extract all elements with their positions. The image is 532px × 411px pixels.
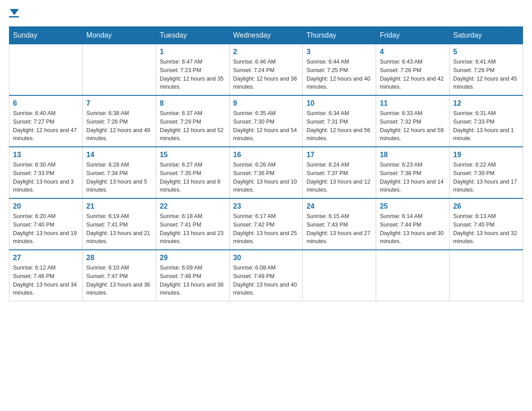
day-info: Sunrise: 6:28 AMSunset: 7:34 PMDaylight:… — [86, 161, 152, 194]
calendar-cell: 6Sunrise: 6:40 AMSunset: 7:27 PMDaylight… — [9, 95, 83, 147]
day-number: 25 — [380, 202, 446, 210]
calendar-cell: 12Sunrise: 6:31 AMSunset: 7:33 PMDayligh… — [450, 95, 523, 147]
calendar-cell: 17Sunrise: 6:24 AMSunset: 7:37 PMDayligh… — [303, 147, 376, 198]
day-info: Sunrise: 6:09 AMSunset: 7:48 PMDaylight:… — [160, 264, 226, 297]
day-number: 10 — [306, 99, 372, 107]
logo — [9, 9, 19, 17]
day-info: Sunrise: 6:14 AMSunset: 7:44 PMDaylight:… — [380, 212, 446, 246]
day-number: 1 — [160, 48, 226, 56]
day-info: Sunrise: 6:19 AMSunset: 7:41 PMDaylight:… — [86, 212, 152, 246]
calendar-cell: 9Sunrise: 6:35 AMSunset: 7:30 PMDaylight… — [229, 95, 303, 147]
day-number: 2 — [233, 48, 299, 56]
day-number: 5 — [453, 48, 519, 56]
day-number: 22 — [160, 202, 226, 210]
day-number: 21 — [86, 202, 152, 210]
calendar-cell: 5Sunrise: 6:41 AMSunset: 7:26 PMDaylight… — [450, 44, 523, 96]
day-number: 7 — [86, 99, 152, 107]
day-info: Sunrise: 6:38 AMSunset: 7:28 PMDaylight:… — [86, 109, 152, 143]
day-info: Sunrise: 6:47 AMSunset: 7:23 PMDaylight:… — [160, 58, 226, 91]
day-number: 18 — [380, 151, 446, 159]
day-number: 24 — [306, 202, 372, 210]
day-number: 23 — [233, 202, 299, 210]
day-info: Sunrise: 6:30 AMSunset: 7:33 PMDaylight:… — [13, 161, 79, 194]
calendar-cell: 1Sunrise: 6:47 AMSunset: 7:23 PMDaylight… — [156, 44, 229, 96]
calendar-cell: 28Sunrise: 6:10 AMSunset: 7:47 PMDayligh… — [82, 250, 156, 301]
day-info: Sunrise: 6:22 AMSunset: 7:39 PMDaylight:… — [453, 161, 519, 194]
day-number: 3 — [306, 48, 372, 56]
header-saturday: Saturday — [450, 27, 523, 44]
logo-underline — [9, 16, 19, 17]
calendar-cell: 2Sunrise: 6:46 AMSunset: 7:24 PMDaylight… — [229, 44, 303, 96]
day-info: Sunrise: 6:15 AMSunset: 7:43 PMDaylight:… — [306, 212, 372, 246]
calendar-header-row: SundayMondayTuesdayWednesdayThursdayFrid… — [9, 27, 523, 44]
day-info: Sunrise: 6:13 AMSunset: 7:45 PMDaylight:… — [453, 212, 519, 246]
calendar-cell — [303, 250, 376, 301]
calendar-cell: 15Sunrise: 6:27 AMSunset: 7:35 PMDayligh… — [156, 147, 229, 198]
calendar-cell: 7Sunrise: 6:38 AMSunset: 7:28 PMDaylight… — [82, 95, 156, 147]
day-number: 17 — [306, 151, 372, 159]
header-wednesday: Wednesday — [229, 27, 303, 44]
calendar-cell — [82, 44, 156, 96]
calendar-cell: 20Sunrise: 6:20 AMSunset: 7:40 PMDayligh… — [9, 198, 83, 250]
day-info: Sunrise: 6:24 AMSunset: 7:37 PMDaylight:… — [306, 161, 372, 194]
logo-triangle-icon — [10, 9, 19, 15]
day-info: Sunrise: 6:08 AMSunset: 7:49 PMDaylight:… — [233, 264, 299, 297]
day-number: 14 — [86, 151, 152, 159]
calendar-cell: 3Sunrise: 6:44 AMSunset: 7:25 PMDaylight… — [303, 44, 376, 96]
day-number: 6 — [13, 99, 79, 107]
day-info: Sunrise: 6:41 AMSunset: 7:26 PMDaylight:… — [453, 58, 519, 91]
calendar-cell: 10Sunrise: 6:34 AMSunset: 7:31 PMDayligh… — [303, 95, 376, 147]
calendar-cell: 29Sunrise: 6:09 AMSunset: 7:48 PMDayligh… — [156, 250, 229, 301]
calendar-cell: 14Sunrise: 6:28 AMSunset: 7:34 PMDayligh… — [82, 147, 156, 198]
calendar-cell: 24Sunrise: 6:15 AMSunset: 7:43 PMDayligh… — [303, 198, 376, 250]
day-info: Sunrise: 6:43 AMSunset: 7:26 PMDaylight:… — [380, 58, 446, 91]
day-number: 19 — [453, 151, 519, 159]
day-info: Sunrise: 6:35 AMSunset: 7:30 PMDaylight:… — [233, 109, 299, 143]
day-info: Sunrise: 6:40 AMSunset: 7:27 PMDaylight:… — [13, 109, 79, 143]
day-number: 12 — [453, 99, 519, 107]
calendar-week-3: 13Sunrise: 6:30 AMSunset: 7:33 PMDayligh… — [9, 147, 523, 198]
calendar-week-1: 1Sunrise: 6:47 AMSunset: 7:23 PMDaylight… — [9, 44, 523, 96]
calendar-cell: 21Sunrise: 6:19 AMSunset: 7:41 PMDayligh… — [82, 198, 156, 250]
day-number: 13 — [13, 151, 79, 159]
day-number: 29 — [160, 254, 226, 262]
header-friday: Friday — [376, 27, 450, 44]
day-info: Sunrise: 6:17 AMSunset: 7:42 PMDaylight:… — [233, 212, 299, 246]
day-number: 26 — [453, 202, 519, 210]
day-info: Sunrise: 6:34 AMSunset: 7:31 PMDaylight:… — [306, 109, 372, 143]
header-thursday: Thursday — [303, 27, 376, 44]
calendar-cell — [376, 250, 450, 301]
calendar-cell — [450, 250, 523, 301]
calendar-table: SundayMondayTuesdayWednesdayThursdayFrid… — [9, 26, 523, 301]
day-number: 8 — [160, 99, 226, 107]
day-info: Sunrise: 6:10 AMSunset: 7:47 PMDaylight:… — [86, 264, 152, 297]
header-monday: Monday — [82, 27, 156, 44]
day-number: 20 — [13, 202, 79, 210]
day-info: Sunrise: 6:23 AMSunset: 7:38 PMDaylight:… — [380, 161, 446, 194]
day-number: 11 — [380, 99, 446, 107]
calendar-cell: 27Sunrise: 6:12 AMSunset: 7:46 PMDayligh… — [9, 250, 83, 301]
day-number: 16 — [233, 151, 299, 159]
calendar-cell: 16Sunrise: 6:26 AMSunset: 7:36 PMDayligh… — [229, 147, 303, 198]
day-info: Sunrise: 6:44 AMSunset: 7:25 PMDaylight:… — [306, 58, 372, 91]
day-info: Sunrise: 6:27 AMSunset: 7:35 PMDaylight:… — [160, 161, 226, 194]
calendar-cell: 26Sunrise: 6:13 AMSunset: 7:45 PMDayligh… — [450, 198, 523, 250]
day-info: Sunrise: 6:12 AMSunset: 7:46 PMDaylight:… — [13, 264, 79, 297]
day-number: 15 — [160, 151, 226, 159]
day-info: Sunrise: 6:37 AMSunset: 7:29 PMDaylight:… — [160, 109, 226, 143]
day-number: 30 — [233, 254, 299, 262]
calendar-cell: 4Sunrise: 6:43 AMSunset: 7:26 PMDaylight… — [376, 44, 450, 96]
day-info: Sunrise: 6:20 AMSunset: 7:40 PMDaylight:… — [13, 212, 79, 246]
day-info: Sunrise: 6:26 AMSunset: 7:36 PMDaylight:… — [233, 161, 299, 194]
day-number: 27 — [13, 254, 79, 262]
calendar-cell — [9, 44, 83, 96]
day-info: Sunrise: 6:18 AMSunset: 7:41 PMDaylight:… — [160, 212, 226, 246]
header-sunday: Sunday — [9, 27, 83, 44]
day-info: Sunrise: 6:33 AMSunset: 7:32 PMDaylight:… — [380, 109, 446, 143]
calendar-week-4: 20Sunrise: 6:20 AMSunset: 7:40 PMDayligh… — [9, 198, 523, 250]
calendar-week-5: 27Sunrise: 6:12 AMSunset: 7:46 PMDayligh… — [9, 250, 523, 301]
day-number: 9 — [233, 99, 299, 107]
calendar-cell: 8Sunrise: 6:37 AMSunset: 7:29 PMDaylight… — [156, 95, 229, 147]
calendar-cell: 13Sunrise: 6:30 AMSunset: 7:33 PMDayligh… — [9, 147, 83, 198]
calendar-cell: 11Sunrise: 6:33 AMSunset: 7:32 PMDayligh… — [376, 95, 450, 147]
